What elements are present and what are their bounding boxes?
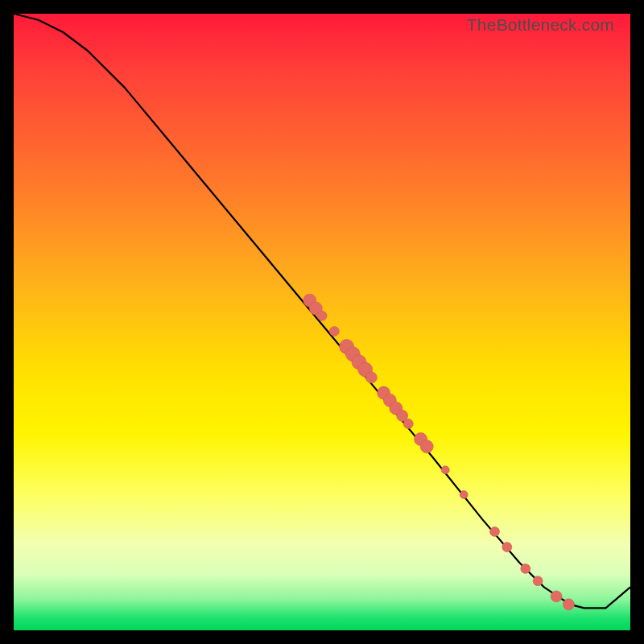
chart-point xyxy=(317,311,327,320)
chart-point xyxy=(551,591,562,602)
chart-point xyxy=(441,466,449,474)
chart-frame: TheBottleneck.com xyxy=(0,0,644,644)
chart-point xyxy=(521,564,530,573)
chart-points xyxy=(303,294,575,610)
chart-point xyxy=(502,543,512,552)
chart-point xyxy=(420,440,433,453)
chart-point xyxy=(365,372,377,383)
chart-point xyxy=(329,327,339,336)
chart-point xyxy=(563,599,574,610)
chart-point xyxy=(533,576,543,586)
chart-point xyxy=(403,419,413,428)
chart-point xyxy=(460,491,468,499)
chart-plot-area: TheBottleneck.com xyxy=(14,14,630,630)
chart-point xyxy=(490,526,500,536)
chart-svg xyxy=(14,14,630,630)
